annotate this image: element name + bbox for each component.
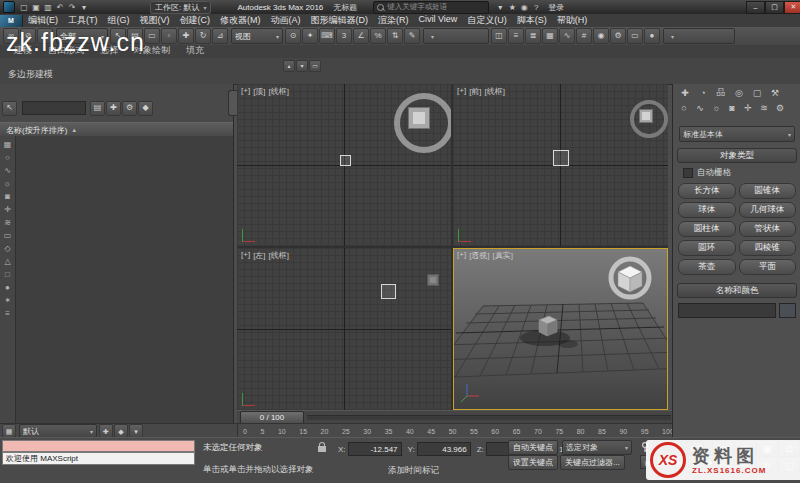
filter-xrefs-icon[interactable]: ◇ bbox=[1, 242, 14, 255]
render-preset-dropdown[interactable] bbox=[663, 28, 735, 44]
primitive-button[interactable]: 管状体 bbox=[739, 221, 797, 237]
menu-item[interactable]: 修改器(M) bbox=[215, 14, 266, 27]
reference-coordinate-dropdown[interactable]: 视图 bbox=[231, 28, 283, 44]
filter-geometry-icon[interactable]: ○ bbox=[1, 151, 14, 164]
create-tab-icon[interactable]: ✚ bbox=[676, 86, 694, 99]
viewport-top[interactable]: [+] [顶] [线框] bbox=[237, 84, 451, 246]
search-dropdown-icon[interactable]: ▾ bbox=[494, 2, 506, 13]
keyboard-override-icon[interactable]: ⌨ bbox=[319, 28, 335, 44]
explorer-pick-icon[interactable]: ↖ bbox=[2, 101, 17, 116]
menu-item[interactable]: 工具(T) bbox=[63, 14, 103, 27]
named-sets-icon[interactable]: ✎ bbox=[404, 28, 420, 44]
key-filters-button[interactable]: 关键点过滤器... bbox=[560, 455, 625, 470]
viewcube-icon[interactable] bbox=[427, 274, 439, 286]
menu-item[interactable]: 自定义(U) bbox=[462, 14, 512, 27]
open-file-icon[interactable]: ▣ bbox=[30, 2, 42, 13]
viewport-perspective[interactable]: [+] [透视] [真实] bbox=[453, 248, 668, 410]
rendered-frame-icon[interactable]: ▭ bbox=[627, 28, 643, 44]
explorer-footer-add-icon[interactable]: ✚ bbox=[99, 424, 113, 438]
scene-object-box[interactable] bbox=[553, 150, 569, 166]
explorer-footer-star-icon[interactable]: ◆ bbox=[114, 424, 128, 438]
display-tab-icon[interactable]: ▢ bbox=[748, 86, 766, 99]
window-crossing-icon[interactable]: ▫ bbox=[161, 28, 177, 44]
percent-snap-icon[interactable]: % bbox=[370, 28, 386, 44]
mirror-icon[interactable]: ◫ bbox=[491, 28, 507, 44]
viewport-name-button[interactable]: [顶] bbox=[253, 86, 265, 97]
material-editor-icon[interactable]: ◉ bbox=[593, 28, 609, 44]
new-scene-icon[interactable]: ▢ bbox=[18, 2, 30, 13]
filter-all-icon[interactable]: ▦ bbox=[1, 138, 14, 151]
viewport-left[interactable]: [+] [左] [线框] bbox=[237, 248, 451, 410]
autogrid-checkbox[interactable]: 自动栅格 bbox=[683, 167, 791, 179]
menu-item[interactable]: Civil View bbox=[414, 14, 463, 27]
primitive-button[interactable]: 四棱锥 bbox=[739, 240, 797, 256]
utilities-tab-icon[interactable]: ⚒ bbox=[766, 86, 784, 99]
geometry-category-icon[interactable]: ○ bbox=[676, 101, 692, 114]
render-setup-icon[interactable]: ⚙ bbox=[610, 28, 626, 44]
undo-icon[interactable]: ↶ bbox=[54, 2, 66, 13]
filter-helpers-icon[interactable]: ✛ bbox=[1, 203, 14, 216]
filter-cameras-icon[interactable]: ◙ bbox=[1, 190, 14, 203]
redo-icon[interactable]: ↷ bbox=[66, 2, 78, 13]
application-menu-button[interactable]: M bbox=[0, 15, 23, 27]
object-type-rollout[interactable]: 对象类型 bbox=[677, 148, 797, 163]
viewport-shading-button[interactable]: [真实] bbox=[493, 250, 513, 261]
helpers-category-icon[interactable]: ✛ bbox=[740, 101, 756, 114]
ribbon-tab[interactable]: 填充 bbox=[178, 43, 212, 58]
menu-item[interactable]: 视图(V) bbox=[135, 14, 175, 27]
cameras-category-icon[interactable]: ◙ bbox=[724, 101, 740, 114]
angle-snap-icon[interactable]: ∠ bbox=[353, 28, 369, 44]
render-production-icon[interactable]: ● bbox=[644, 28, 660, 44]
subcategory-dropdown[interactable]: 标准基本体 bbox=[679, 126, 795, 142]
menu-item[interactable]: 创建(C) bbox=[175, 14, 216, 27]
ribbon-config-icon[interactable]: ▾ bbox=[296, 60, 308, 72]
filter-bones-icon[interactable]: △ bbox=[1, 255, 14, 268]
ribbon-pin-icon[interactable]: ▭ bbox=[309, 60, 321, 72]
scene-object-box[interactable] bbox=[340, 155, 351, 166]
favorites-icon[interactable]: ★ bbox=[506, 2, 518, 13]
spacewarps-category-icon[interactable]: ≋ bbox=[756, 101, 772, 114]
minimize-button[interactable]: – bbox=[746, 1, 765, 14]
infocenter-search-input[interactable]: 键入关键字或短语 bbox=[373, 1, 489, 14]
macro-recorder-row[interactable] bbox=[2, 440, 195, 452]
filter-spacewarps-icon[interactable]: ≋ bbox=[1, 216, 14, 229]
align-icon[interactable]: ≡ bbox=[508, 28, 524, 44]
primitive-button[interactable]: 平面 bbox=[739, 259, 797, 275]
object-name-field[interactable] bbox=[678, 303, 776, 318]
filter-lights-icon[interactable]: ☼ bbox=[1, 177, 14, 190]
viewport-front[interactable]: [+] [前] [线框] bbox=[453, 84, 668, 246]
object-color-swatch[interactable] bbox=[779, 303, 796, 318]
primitive-button[interactable]: 圆柱体 bbox=[678, 221, 736, 237]
set-key-button[interactable]: 设置关键点 bbox=[508, 455, 558, 470]
use-pivot-icon[interactable]: ⊙ bbox=[285, 28, 301, 44]
named-selection-dropdown[interactable] bbox=[423, 28, 489, 44]
auto-key-button[interactable]: 自动关键点 bbox=[508, 440, 558, 455]
primitive-button[interactable]: 长方体 bbox=[678, 183, 736, 199]
filter-stars-icon[interactable]: ✶ bbox=[1, 294, 14, 307]
signin-button[interactable]: 登录 bbox=[548, 2, 564, 13]
menu-item[interactable]: 动画(A) bbox=[266, 14, 306, 27]
selection-list-dropdown[interactable]: 选定对象 bbox=[562, 440, 632, 455]
filter-shapes-icon[interactable]: ∿ bbox=[1, 164, 14, 177]
menu-item[interactable]: 编辑(E) bbox=[23, 14, 63, 27]
lights-category-icon[interactable]: ☼ bbox=[708, 101, 724, 114]
viewcube-icon[interactable] bbox=[639, 109, 653, 123]
primitive-button[interactable]: 圆环 bbox=[678, 240, 736, 256]
explorer-display-icon[interactable]: ▤ bbox=[90, 101, 105, 116]
menu-item[interactable]: 帮助(H) bbox=[552, 14, 593, 27]
viewport-menu-button[interactable]: [+] bbox=[241, 86, 250, 97]
explorer-preset-dropdown[interactable]: 默认 bbox=[19, 424, 97, 438]
workspace-dropdown[interactable]: 工作区: 默认 bbox=[150, 1, 211, 14]
shapes-category-icon[interactable]: ∿ bbox=[692, 101, 708, 114]
explorer-new-icon[interactable]: ✚ bbox=[106, 101, 121, 116]
explorer-pin-icon[interactable]: ◆ bbox=[138, 101, 153, 116]
name-color-rollout[interactable]: 名称和颜色 bbox=[677, 283, 797, 298]
menu-item[interactable]: 渲染(R) bbox=[373, 14, 414, 27]
snap-toggle-icon[interactable]: 3 bbox=[336, 28, 352, 44]
motion-tab-icon[interactable]: ◎ bbox=[730, 86, 748, 99]
ribbon-panel-title[interactable]: 多边形建模 bbox=[8, 68, 53, 81]
viewport-shading-button[interactable]: [线框] bbox=[269, 86, 289, 97]
scene-object-box[interactable] bbox=[381, 284, 396, 299]
explorer-footer-menu-icon[interactable]: ▾ bbox=[129, 424, 143, 438]
select-manipulate-icon[interactable]: ✦ bbox=[302, 28, 318, 44]
